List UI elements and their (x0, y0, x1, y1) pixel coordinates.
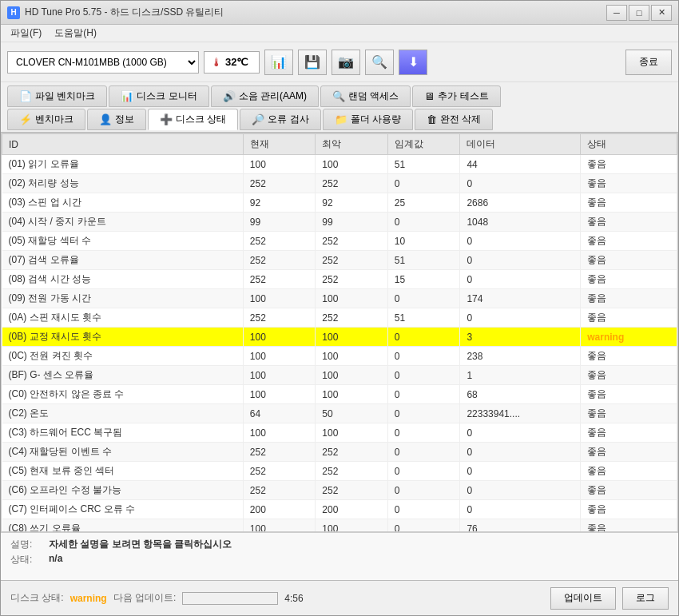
menu-file[interactable]: 파일(F) (4, 25, 48, 42)
tab-folder-usage[interactable]: 📁 폴더 사용량 (323, 109, 413, 130)
update-button[interactable]: 업데이트 (550, 587, 616, 610)
col-status: 상태 (581, 134, 677, 155)
tab-extra-tests-label: 추가 테스트 (438, 89, 488, 103)
table-row[interactable]: (C4) 재할당된 이벤트 수 252 252 0 0 좋음 (2, 443, 677, 462)
folder-icon-button[interactable]: 📷 (332, 50, 360, 75)
cell-current: 100 (243, 423, 316, 443)
table-row[interactable]: (03) 스핀 업 시간 92 92 25 2686 좋음 (2, 193, 677, 213)
table-row[interactable]: (C8) 쓰기 오류율 100 100 0 76 좋음 (2, 519, 677, 533)
cell-data: 0 (460, 251, 581, 270)
col-threshold: 임계값 (387, 134, 460, 155)
cell-status: 좋음 (581, 213, 677, 232)
col-id: ID (2, 134, 244, 155)
menu-help[interactable]: 도움말(H) (48, 25, 103, 42)
table-row[interactable]: (0A) 스핀 재시도 횟수 252 252 51 0 좋음 (2, 308, 677, 328)
cell-threshold: 0 (387, 481, 460, 500)
cell-data: 1 (460, 366, 581, 385)
table-row[interactable]: (0B) 교정 재시도 횟수 100 100 0 3 warning (2, 328, 677, 347)
table-row[interactable]: (04) 시작 / 중지 카운트 99 99 0 1048 좋음 (2, 213, 677, 232)
cell-worst: 100 (316, 289, 388, 308)
disk-status-label: 디스크 상태: (10, 591, 64, 605)
table-row[interactable]: (02) 처리량 성능 252 252 0 0 좋음 (2, 174, 677, 193)
table-row[interactable]: (C2) 온도 64 50 0 22333941.... 좋음 (2, 404, 677, 423)
cell-threshold: 0 (387, 443, 460, 462)
description-row: 설명: 자세한 설명을 보려면 항목을 클릭하십시오 (10, 538, 669, 551)
tab-disk-health[interactable]: ➕ 디스크 상태 (148, 109, 238, 130)
scan-icon-button[interactable]: 🔍 (365, 50, 394, 75)
table-row[interactable]: (BF) G- 센스 오류율 100 100 0 1 좋음 (2, 366, 677, 385)
table-row[interactable]: (08) 검색 시간 성능 252 252 15 0 좋음 (2, 270, 677, 289)
tab-info[interactable]: 👤 정보 (87, 109, 146, 130)
cell-threshold: 0 (387, 519, 460, 533)
table-row[interactable]: (09) 전원 가동 시간 100 100 0 174 좋음 (2, 289, 677, 308)
tab-noise-control[interactable]: 🔊 소음 관리(AAM) (211, 85, 319, 107)
cell-current: 64 (243, 404, 316, 423)
table-row[interactable]: (C0) 안전하지 않은 종료 수 100 100 0 68 좋음 (2, 385, 677, 404)
cell-data: 0 (460, 443, 581, 462)
tab-error-scan[interactable]: 🔎 오류 검사 (240, 109, 320, 130)
table-row[interactable]: (C3) 하드웨어 ECC 복구됨 100 100 0 0 좋음 (2, 423, 677, 443)
tab-disk-monitor-label: 디스크 모니터 (137, 89, 197, 103)
cell-threshold: 0 (387, 404, 460, 423)
table-row[interactable]: (C5) 현재 보류 중인 섹터 252 252 0 0 좋음 (2, 462, 677, 481)
cell-data: 0 (460, 462, 581, 481)
disk-monitor-icon: 📊 (121, 90, 133, 102)
tab-benchmark[interactable]: ⚡ 벤치마크 (7, 109, 85, 130)
cell-worst: 100 (316, 519, 388, 533)
folder-usage-icon: 📁 (335, 113, 347, 125)
tab-file-benchmark[interactable]: 📄 파일 벤치마크 (7, 85, 107, 107)
health-icon-button[interactable]: 📊 (264, 50, 293, 75)
tab-benchmark-label: 벤치마크 (35, 113, 73, 126)
info-tab-icon: 👤 (99, 113, 112, 125)
info-icon-button[interactable]: 💾 (298, 50, 327, 75)
cell-current: 92 (243, 193, 316, 213)
close-button[interactable]: ✕ (651, 5, 672, 21)
cell-threshold: 15 (387, 270, 460, 289)
cell-data: 0 (460, 423, 581, 443)
cell-current: 200 (243, 500, 316, 519)
tab-random-access[interactable]: 🔍 랜덤 액세스 (320, 85, 411, 107)
drive-select[interactable]: CLOVER CN-M101MBB (1000 GB) (7, 51, 199, 74)
benchmark-icon: ⚡ (19, 113, 32, 125)
cell-status: 좋음 (581, 347, 677, 366)
cell-current: 100 (243, 385, 316, 404)
tab-extra-tests[interactable]: 🖥 추가 테스트 (412, 85, 500, 107)
cell-threshold: 0 (387, 462, 460, 481)
table-row[interactable]: (05) 재할당 섹터 수 252 252 10 0 좋음 (2, 232, 677, 251)
cell-status: 좋음 (581, 193, 677, 213)
noise-icon: 🔊 (223, 90, 236, 102)
cell-threshold: 51 (387, 251, 460, 270)
col-current: 현재 (243, 134, 316, 155)
cell-status: 좋음 (581, 443, 677, 462)
cell-worst: 252 (316, 443, 388, 462)
menu-bar: 파일(F) 도움말(H) (1, 25, 678, 42)
temperature-value: 32℃ (225, 56, 248, 68)
cell-current: 100 (243, 155, 316, 174)
cell-threshold: 10 (387, 232, 460, 251)
maximize-button[interactable]: □ (629, 5, 649, 21)
table-row[interactable]: (0C) 전원 켜진 횟수 100 100 0 238 좋음 (2, 347, 677, 366)
table-scroll-wrapper[interactable]: ID 현재 최악 임계값 데이터 상태 (01) 읽기 오류율 100 100 … (1, 133, 678, 532)
cell-threshold: 0 (387, 385, 460, 404)
cell-threshold: 0 (387, 213, 460, 232)
log-button[interactable]: 로그 (622, 587, 669, 610)
cell-worst: 100 (316, 347, 388, 366)
cell-id: (07) 검색 오류율 (2, 251, 244, 270)
cell-current: 252 (243, 251, 316, 270)
cell-id: (BF) G- 센스 오류율 (2, 366, 244, 385)
tab-disk-monitor[interactable]: 📊 디스크 모니터 (109, 85, 208, 107)
cell-id: (C7) 인터페이스 CRC 오류 수 (2, 500, 244, 519)
cell-worst: 200 (316, 500, 388, 519)
table-row[interactable]: (07) 검색 오류율 252 252 51 0 좋음 (2, 251, 677, 270)
table-row[interactable]: (C6) 오프라인 수정 불가능 252 252 0 0 좋음 (2, 481, 677, 500)
table-header: ID 현재 최악 임계값 데이터 상태 (2, 134, 677, 155)
table-row[interactable]: (C7) 인터페이스 CRC 오류 수 200 200 0 0 좋음 (2, 500, 677, 519)
exit-button[interactable]: 종료 (625, 50, 672, 75)
tab-folder-usage-label: 폴더 사용량 (351, 113, 401, 126)
table-row[interactable]: (01) 읽기 오류율 100 100 51 44 좋음 (2, 155, 677, 174)
minimize-button[interactable]: ─ (606, 5, 627, 21)
toolbar: CLOVER CN-M101MBB (1000 GB) 🌡 32℃ 📊 💾 📷 … (1, 42, 678, 82)
temperature-display: 🌡 32℃ (204, 51, 260, 74)
download-icon-button[interactable]: ⬇ (399, 50, 427, 75)
tab-secure-erase[interactable]: 🗑 완전 삭제 (415, 109, 493, 130)
